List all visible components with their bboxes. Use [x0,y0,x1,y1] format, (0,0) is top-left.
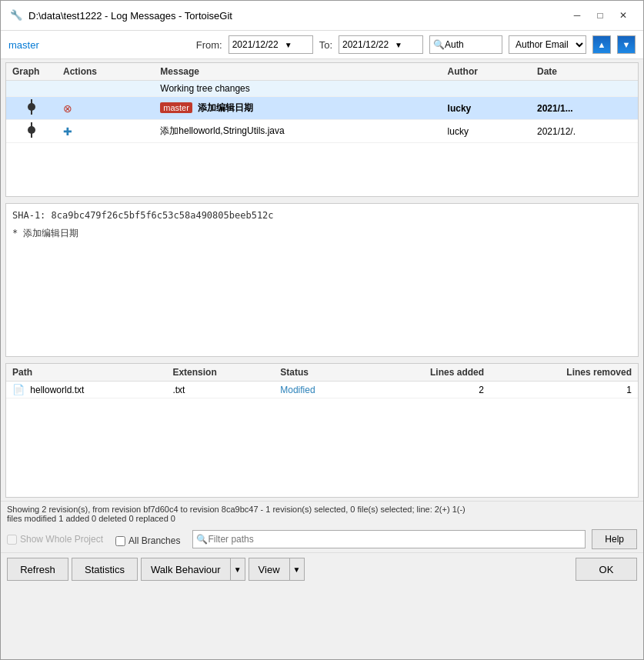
show-whole-project-label[interactable]: Show Whole Project [7,534,103,545]
maximize-button[interactable]: □ [589,7,611,24]
view-split: View ▼ [249,558,305,581]
table-row[interactable]: 📄 helloworld.txt .txt Modified 2 1 [6,382,638,398]
col-extension: Extension [166,364,274,382]
walk-behaviour-button[interactable]: Walk Behaviour [141,558,230,581]
search-icon: 🔍 [433,39,445,50]
file-extension: .txt [172,385,185,395]
close-button[interactable]: ✕ [612,7,634,24]
to-date-combo[interactable]: 2021/12/22 ▼ [339,35,423,54]
ok-button[interactable]: OK [576,558,637,581]
file-path: helloworld.txt [30,385,84,395]
commit-table: Graph Actions Message Author Date Workin… [6,63,638,143]
actions-cell: ⊗ [57,97,154,120]
message-cell: Working tree changes [154,81,441,97]
author-cell: lucky [442,120,531,143]
svg-point-1 [28,103,35,111]
to-date-value: 2021/12/22 [342,39,389,50]
search-box[interactable]: 🔍 [429,35,502,54]
statistics-button[interactable]: Statistics [72,558,138,581]
date-cell: 2021/1... [531,97,638,120]
status-line1: Showing 2 revision(s), from revision bf7… [7,505,637,514]
table-row[interactable]: Working tree changes [6,81,638,97]
master-badge: master [160,102,192,113]
walk-behaviour-arrow[interactable]: ▼ [230,558,245,581]
author-name2: lucky [448,126,469,137]
commit-message-detail: * 添加编辑日期 [12,227,632,240]
author-cell [442,81,531,97]
svg-point-3 [28,126,35,134]
error-icon: ⊗ [63,102,72,115]
nav-down-button[interactable]: ▼ [617,35,636,54]
actions-cell: ✚ [57,120,154,143]
status-line2: files modified 1 added 0 deleted 0 repla… [7,514,637,523]
author-name: lucky [448,103,472,114]
col-status: Status [274,364,364,382]
status-bar: Showing 2 revision(s), from revision bf7… [1,501,643,526]
all-branches-text: All Branches [128,535,180,546]
to-label: To: [319,39,332,51]
lines-added-cell: 2 [364,382,490,398]
message-cell: master 添加编辑日期 [154,97,441,120]
show-whole-project-checkbox[interactable] [7,535,17,545]
date-cell: 2021/12/. [531,120,638,143]
col-lines-removed: Lines removed [490,364,638,382]
button-row: Refresh Statistics Walk Behaviour ▼ View… [1,552,643,585]
col-date: Date [531,63,638,81]
col-path: Path [6,364,166,382]
commit-message-text: 添加编辑日期 [198,102,253,113]
file-path-cell: 📄 helloworld.txt [6,382,166,398]
graph-cell [6,120,57,143]
sha-line: SHA-1: 8ca9bc479f26c5bf5f6c53c58a490805b… [12,210,632,221]
help-button[interactable]: Help [592,529,637,549]
author-filter-select[interactable]: Author Email Author Name Message [509,36,586,53]
bottom-controls: Show Whole Project All Branches 🔍 Help [1,526,643,552]
commit-detail-panel: SHA-1: 8ca9bc479f26c5bf5f6c53c58a490805b… [5,203,639,357]
col-actions: Actions [57,63,154,81]
author-filter-combo[interactable]: Author Email Author Name Message [509,35,586,54]
table-row[interactable]: ✚ 添加helloworld,StringUtils.java lucky 20… [6,120,638,143]
view-arrow[interactable]: ▼ [289,558,305,581]
from-label: From: [196,39,222,51]
window-title: D:\data\test1222 - Log Messages - Tortoi… [28,10,566,22]
app-icon: 🔧 [10,9,22,22]
branch-label[interactable]: master [8,39,39,51]
commit-date2: 2021/12/. [537,126,576,137]
lines-added: 2 [479,385,484,395]
all-branches-label[interactable]: All Branches [115,535,180,546]
file-icon: 📄 [12,384,25,395]
col-graph: Graph [6,63,57,81]
from-date-value: 2021/12/22 [232,39,279,50]
file-ext-cell: .txt [166,382,274,398]
col-lines-added: Lines added [364,364,490,382]
from-date-arrow[interactable]: ▼ [285,41,292,49]
col-author: Author [442,63,531,81]
author-cell: lucky [442,97,531,120]
file-status-cell: Modified [274,382,364,398]
walk-behaviour-split: Walk Behaviour ▼ [141,558,245,581]
commit-message-text2: 添加helloworld,StringUtils.java [160,125,284,136]
search-input[interactable] [445,39,499,50]
commit-date: 2021/1... [537,103,573,114]
lines-removed-cell: 1 [490,382,638,398]
nav-up-button[interactable]: ▲ [592,35,611,54]
file-list-panel: Path Extension Status Lines added Lines … [5,363,639,498]
refresh-button[interactable]: Refresh [7,558,68,581]
col-message: Message [154,63,441,81]
commit-list-panel: Graph Actions Message Author Date Workin… [5,62,639,197]
working-tree-label: Working tree changes [160,83,250,94]
show-whole-project-text: Show Whole Project [20,534,103,545]
filter-box[interactable]: 🔍 [192,530,586,548]
to-date-arrow[interactable]: ▼ [395,41,402,49]
filter-search-icon: 🔍 [196,534,208,545]
message-cell: 添加helloworld,StringUtils.java [154,120,441,143]
graph-cell [6,81,57,97]
file-status: Modified [280,385,315,395]
filter-input[interactable] [208,534,582,545]
table-row[interactable]: ⊗ master 添加编辑日期 lucky 2021/1... [6,97,638,120]
all-branches-checkbox[interactable] [115,536,125,546]
file-table: Path Extension Status Lines added Lines … [6,364,638,398]
view-button[interactable]: View [249,558,289,581]
from-date-combo[interactable]: 2021/12/22 ▼ [229,35,313,54]
graph-cell [6,97,57,120]
minimize-button[interactable]: ─ [566,7,588,24]
